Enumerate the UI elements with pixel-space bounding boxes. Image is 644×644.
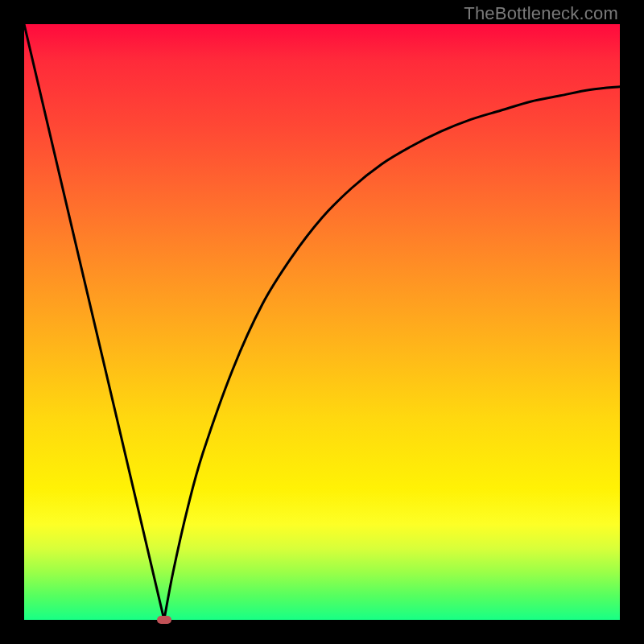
bottleneck-curve xyxy=(24,24,620,620)
watermark-text: TheBottleneck.com xyxy=(464,3,618,24)
minimum-marker xyxy=(157,616,171,624)
plot-area xyxy=(24,24,620,620)
chart-frame: TheBottleneck.com xyxy=(0,0,644,644)
